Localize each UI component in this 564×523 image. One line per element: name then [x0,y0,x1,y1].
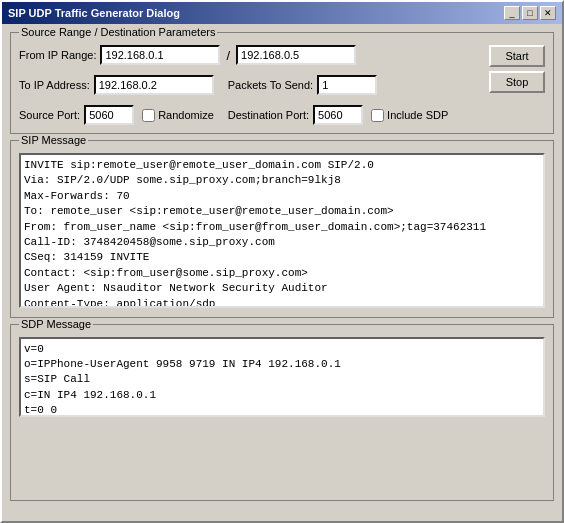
close-button[interactable]: ✕ [540,6,556,20]
src-port-input[interactable] [84,105,134,125]
ports-row: Source Port: Randomize Destination Port:… [19,105,479,125]
packets-label: Packets To Send: [228,79,313,91]
sdp-message-label: SDP Message [19,318,93,330]
sdp-message-group: SDP Message v=0 o=IPPhone-UserAgent 9958… [10,324,554,502]
from-ip-label: From IP Range: [19,49,96,61]
params-group-label: Source Range / Destination Parameters [19,26,217,38]
title-bar: SIP UDP Traffic Generator Dialog _ □ ✕ [2,2,562,24]
src-port-label: Source Port: [19,109,80,121]
randomize-label: Randomize [158,109,214,121]
dst-port-input[interactable] [313,105,363,125]
start-button[interactable]: Start [489,45,545,67]
include-sdp-checkbox[interactable] [371,109,384,122]
sip-message-content[interactable]: INVITE sip:remote_user@remote_user_domai… [19,153,545,308]
dialog-content: Source Range / Destination Parameters Fr… [2,24,562,521]
from-ip-row: From IP Range: / [19,45,479,65]
maximize-button[interactable]: □ [522,6,538,20]
to-addr-input[interactable] [94,75,214,95]
include-sdp-wrap: Include SDP [371,109,448,122]
include-sdp-label: Include SDP [387,109,448,121]
to-addr-row: To IP Address: Packets To Send: [19,75,479,95]
randomize-wrap: Randomize [142,109,214,122]
sip-message-label: SIP Message [19,134,88,146]
bottom-spacer [10,507,554,513]
sdp-message-content[interactable]: v=0 o=IPPhone-UserAgent 9958 9719 IN IP4… [19,337,545,417]
title-bar-controls: _ □ ✕ [504,6,556,20]
dst-port-label: Destination Port: [228,109,309,121]
to-addr-label: To IP Address: [19,79,90,91]
packets-input[interactable] [317,75,377,95]
slash-separator: / [224,48,232,63]
params-group: Source Range / Destination Parameters Fr… [10,32,554,134]
randomize-checkbox[interactable] [142,109,155,122]
from-ip-input[interactable] [100,45,220,65]
main-window: SIP UDP Traffic Generator Dialog _ □ ✕ S… [0,0,564,523]
to-ip-range-input[interactable] [236,45,356,65]
minimize-button[interactable]: _ [504,6,520,20]
stop-button[interactable]: Stop [489,71,545,93]
sip-message-group: SIP Message INVITE sip:remote_user@remot… [10,140,554,318]
window-title: SIP UDP Traffic Generator Dialog [8,7,180,19]
